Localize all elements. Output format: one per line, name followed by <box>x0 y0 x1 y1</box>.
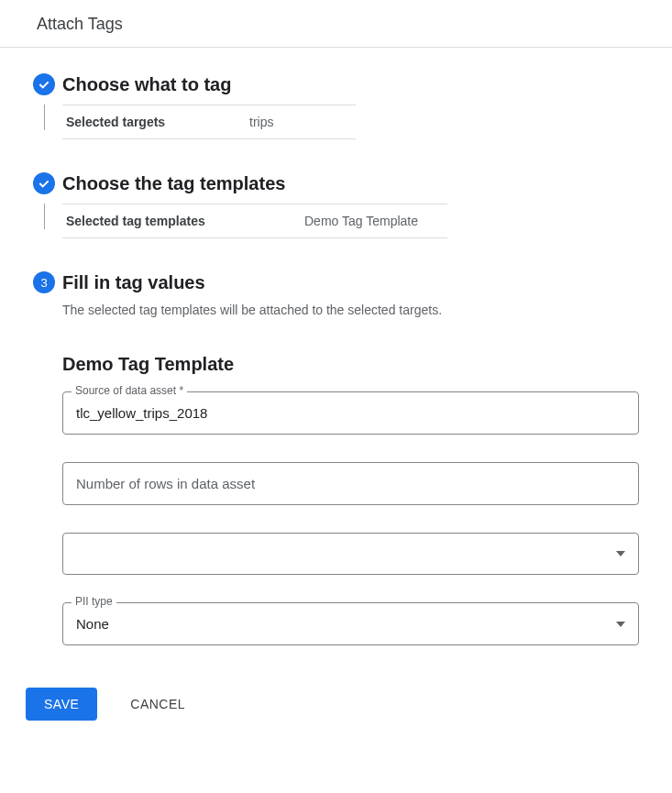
step-indicator: 3 <box>26 271 62 293</box>
cancel-button[interactable]: CANCEL <box>123 688 193 721</box>
save-button[interactable]: SAVE <box>26 688 97 721</box>
step-choose-target: Choose what to tag Selected targets trip… <box>26 73 654 139</box>
source-input[interactable] <box>76 405 625 421</box>
step-title: Choose what to tag <box>62 73 654 95</box>
check-icon <box>37 77 51 92</box>
step-choose-templates: Choose the tag templates Selected tag te… <box>26 172 654 238</box>
field-unnamed-select <box>62 533 639 575</box>
check-icon <box>37 176 51 191</box>
step-complete-icon <box>33 73 55 95</box>
dialog-actions: SAVE CANCEL <box>0 680 672 739</box>
unnamed-select[interactable] <box>62 533 639 575</box>
field-pii-type: PII type None <box>62 602 639 645</box>
field-label: PII type <box>72 595 116 608</box>
step-fill-values: 3 Fill in tag values The selected tag te… <box>26 271 654 662</box>
summary-row: Selected tag templates Demo Tag Template <box>62 204 447 238</box>
summary-row: Selected targets trips <box>62 105 356 139</box>
step-description: The selected tag templates will be attac… <box>62 303 639 317</box>
step-complete-icon <box>33 172 55 194</box>
dialog-content: Choose what to tag Selected targets trip… <box>0 48 672 680</box>
dialog-title: Attach Tags <box>37 15 123 33</box>
chevron-down-icon <box>616 551 625 556</box>
summary-label: Selected tag templates <box>66 214 304 228</box>
step-title: Choose the tag templates <box>62 172 654 194</box>
source-input-wrapper[interactable] <box>62 391 639 435</box>
field-rows <box>62 462 639 505</box>
summary-table: Selected tag templates Demo Tag Template <box>62 204 447 238</box>
summary-table: Selected targets trips <box>62 105 356 139</box>
pii-select[interactable]: None <box>62 602 639 645</box>
step-connector <box>44 204 45 229</box>
step-number: 3 <box>40 276 47 290</box>
dialog-header: Attach Tags <box>0 0 672 48</box>
step-connector <box>44 105 45 130</box>
field-source: Source of data asset * <box>62 391 639 435</box>
summary-label: Selected targets <box>66 115 249 129</box>
field-label: Source of data asset * <box>72 384 187 397</box>
step-indicator <box>26 73 62 130</box>
rows-input[interactable] <box>76 476 625 491</box>
step-indicator <box>26 172 62 229</box>
step-number-badge: 3 <box>33 271 55 293</box>
select-value: None <box>76 616 609 632</box>
summary-value: trips <box>249 115 273 129</box>
chevron-down-icon <box>616 622 625 627</box>
rows-input-wrapper[interactable] <box>62 462 639 505</box>
template-title: Demo Tag Template <box>62 354 639 375</box>
summary-value: Demo Tag Template <box>304 214 418 228</box>
step-title: Fill in tag values <box>62 271 639 293</box>
